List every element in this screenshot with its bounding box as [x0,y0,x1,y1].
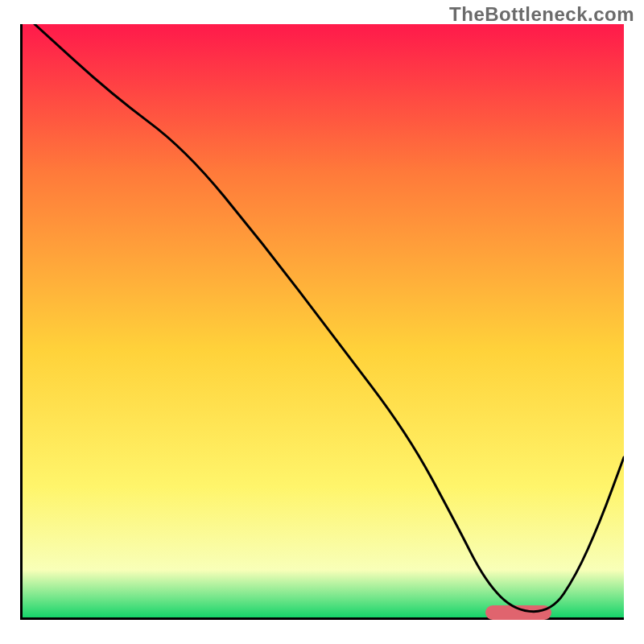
bottleneck-chart: TheBottleneck.com [0,0,644,644]
watermark-text: TheBottleneck.com [449,3,634,26]
plot-area [20,24,624,620]
bottleneck-curve [23,24,624,617]
